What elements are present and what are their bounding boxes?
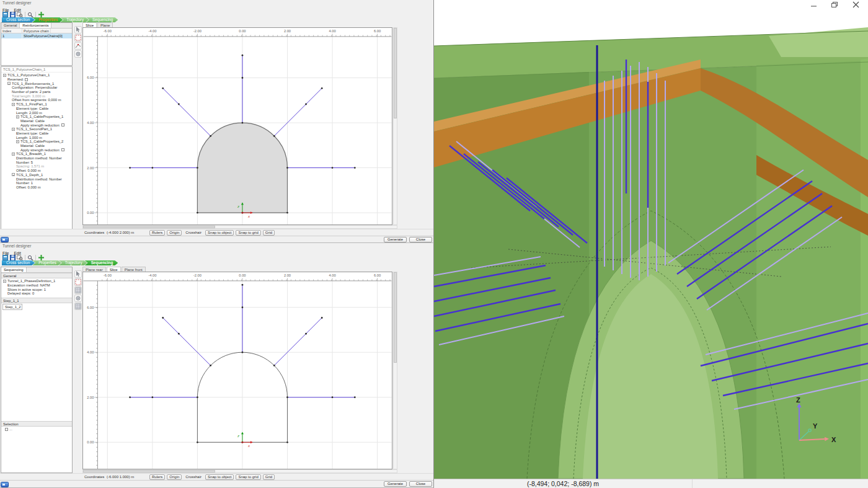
generate-button[interactable]: Generate (384, 237, 407, 242)
3d-scene[interactable]: Z Y X (434, 0, 868, 479)
grid-tool-icon[interactable] (74, 303, 82, 310)
status-snap-to-object[interactable]: Snap to object (205, 474, 234, 480)
status-grid[interactable]: Grid (263, 474, 275, 480)
vertical-scrollbar[interactable] (393, 272, 397, 469)
tree-item[interactable]: TCS_1_PolycurveChain_1 (1, 73, 72, 78)
canvas-tab-plane-rear[interactable]: Plane rear (82, 267, 106, 272)
collapse-toggle[interactable] (16, 115, 19, 118)
checkbox[interactable] (25, 78, 28, 81)
tree-item[interactable]: Number: 5 (1, 160, 72, 164)
status-origin[interactable]: Origin (167, 230, 182, 236)
gear-icon[interactable] (74, 295, 82, 302)
grid-tool-icon[interactable] (74, 286, 82, 294)
tree-item[interactable]: Offset: 0,000 m (1, 169, 72, 173)
mode-tab-properties[interactable]: Properties (32, 260, 61, 265)
tree-item[interactable]: Apply strength reduction: (1, 148, 72, 152)
mode-tab-trajectory[interactable]: Trajectory (60, 17, 89, 22)
select-icon[interactable] (74, 26, 82, 33)
mode-tab-cross-section[interactable]: Cross section (2, 17, 35, 22)
rectangle-select-icon[interactable] (74, 278, 82, 286)
selection-row[interactable]: ... (1, 427, 72, 432)
selection-group-header[interactable]: Selection (1, 421, 72, 427)
status-snap-to-grid[interactable]: Snap to grid (236, 230, 260, 236)
tree-item[interactable]: TCS_1_SecondPart_1 (1, 127, 72, 131)
tree-item[interactable]: Delayed steps: 0 (1, 291, 72, 296)
status-rulers[interactable]: Rulers (149, 474, 165, 480)
tree-item[interactable]: Spacing: 1,571 m (1, 164, 72, 169)
close-button[interactable]: Close (409, 481, 432, 487)
status-rulers[interactable]: Rulers (149, 230, 165, 236)
minimize-icon[interactable] (809, 1, 818, 8)
tree-item[interactable]: TCS_1_Depth_1 (1, 173, 72, 177)
tree-item[interactable]: Length: 2,000 m (1, 110, 72, 115)
close-button[interactable]: Close (409, 237, 432, 242)
restore-icon[interactable] (830, 1, 839, 8)
3d-viewport[interactable]: Z Y X (-8,494; 0,042; -8,689) m (434, 0, 868, 488)
collapse-toggle[interactable] (12, 103, 15, 106)
rectangle-select-icon[interactable] (74, 34, 82, 42)
panel-tab-sequencing[interactable]: Sequencing (1, 267, 27, 272)
canvas-tab-plane-front[interactable]: Plane front (122, 267, 146, 272)
vertical-scrollbar[interactable] (393, 27, 397, 225)
tree-item[interactable]: Material: Cable (1, 144, 72, 148)
canvas-tab-slice[interactable]: Slice (107, 267, 121, 272)
tree-item[interactable]: Distribution method: Number (1, 177, 72, 181)
tree-item[interactable]: TCS_1_Breadth_1 (1, 152, 72, 156)
tree-item[interactable]: Element type: Cable (1, 131, 72, 136)
tree-item[interactable]: Configuration: Perpendicular (1, 86, 72, 90)
mode-tab-cross-section[interactable]: Cross section (2, 260, 35, 265)
tree-item[interactable]: Total length: 3,000 m (1, 94, 72, 98)
tree-item[interactable]: Reversed: (1, 78, 72, 82)
tree-item[interactable]: Material: Cable (1, 119, 72, 123)
sequencing-canvas[interactable]: -6.00-4.00-2.000.002.004.006.006.004.002… (82, 272, 392, 469)
tree-item[interactable]: Offset from segments: 0,000 m (1, 98, 72, 102)
status-snap-to-grid[interactable]: Snap to grid (236, 474, 260, 480)
table-row[interactable]: 1SlicePolycurveChains[0] (1, 33, 72, 38)
status-origin[interactable]: Origin (167, 474, 182, 480)
collapse-toggle[interactable] (12, 173, 15, 176)
collapse-toggle[interactable] (16, 140, 19, 143)
status-crosshair[interactable]: Crosshair (184, 231, 203, 234)
canvas-tab-slice[interactable]: Slice (82, 22, 97, 27)
tree-item[interactable]: Number: 1 (1, 181, 72, 185)
step-step-1-2[interactable]: Step_1_2 (2, 304, 22, 310)
tree-item[interactable]: Excavation method: NATM (1, 283, 72, 288)
generate-button[interactable]: Generate (384, 481, 407, 487)
canvas-tab-plane[interactable]: Plane (97, 22, 113, 27)
tree-item[interactable]: Distribution method: Number (1, 156, 72, 161)
checkbox[interactable] (61, 123, 64, 126)
collapse-toggle[interactable] (3, 280, 6, 283)
general-group-header[interactable]: General (1, 273, 72, 278)
tree-item[interactable]: Offset: 0,000 m (1, 185, 72, 190)
close-icon[interactable] (851, 1, 860, 8)
mode-tab-properties[interactable]: Properties (32, 17, 63, 22)
status-grid[interactable]: Grid (263, 230, 275, 236)
tree-item[interactable]: TCS_1_FirstPart_1 (1, 102, 72, 107)
collapse-toggle[interactable] (12, 128, 15, 131)
panel-tab-reinforcements[interactable]: Reinforcements (20, 23, 51, 28)
tree-item[interactable]: Length: 1,000 m (1, 135, 72, 140)
select-icon[interactable] (74, 270, 82, 278)
cross-section-canvas[interactable]: -6.00-4.00-2.000.002.004.006.006.004.002… (82, 27, 392, 225)
tree-item[interactable]: Apply strength reduction: (1, 123, 72, 127)
tree-item[interactable]: Tunnel_1_PhasesDefinition_1 (1, 279, 72, 283)
selection-checkbox[interactable] (5, 428, 8, 431)
collapse-toggle[interactable] (7, 82, 11, 85)
step-step-1-1[interactable]: Step_1_1 (1, 298, 72, 303)
tree-item[interactable]: TCS_1_CableProperties_1 (1, 115, 72, 119)
mode-tab-sequencing[interactable]: Sequencing (85, 260, 118, 265)
mode-tab-sequencing[interactable]: Sequencing (86, 17, 118, 22)
collapse-toggle[interactable] (3, 74, 6, 77)
tree-item[interactable]: TCS_1_CableProperties_2 (1, 140, 72, 144)
collapse-toggle[interactable] (12, 153, 15, 156)
window-icon[interactable] (1, 482, 9, 487)
tree-item[interactable]: TCS_1_Reinforcements_1 (1, 81, 72, 86)
window-icon[interactable] (1, 237, 9, 242)
gear-icon[interactable] (74, 50, 82, 58)
status-snap-to-object[interactable]: Snap to object (205, 230, 234, 236)
checkbox[interactable] (61, 148, 64, 151)
tree-item[interactable]: Slices in active scope: 1 (1, 287, 72, 291)
mode-tab-trajectory[interactable]: Trajectory (59, 260, 87, 265)
status-crosshair[interactable]: Crosshair (184, 475, 203, 479)
tree-item[interactable]: Number of parts: 2 parts (1, 90, 72, 94)
